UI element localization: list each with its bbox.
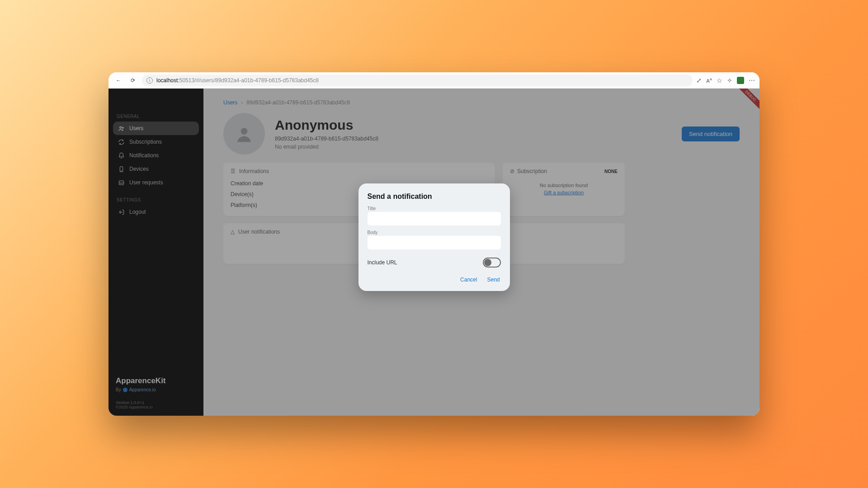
collections-icon[interactable]: ✧ bbox=[727, 77, 732, 84]
browser-chrome: ← ⟳ i localhost:50513/#/users/89d932a4-a… bbox=[108, 72, 760, 89]
browser-window: ← ⟳ i localhost:50513/#/users/89d932a4-a… bbox=[108, 72, 760, 416]
read-aloud-icon[interactable]: ⤢ bbox=[696, 77, 702, 84]
body-input[interactable] bbox=[368, 236, 501, 249]
include-url-toggle[interactable] bbox=[483, 258, 501, 267]
url-bar[interactable]: i localhost:50513/#/users/89d932a4-a01b-… bbox=[142, 75, 693, 86]
extension-icon[interactable] bbox=[737, 77, 744, 84]
url-text: localhost:50513/#/users/89d932a4-a01b-47… bbox=[156, 77, 319, 84]
title-label: Title bbox=[368, 206, 501, 211]
text-size-icon[interactable]: AA bbox=[706, 77, 712, 84]
app-body: GENERAL Users Subscriptions Notification… bbox=[108, 89, 760, 416]
site-info-icon[interactable]: i bbox=[146, 77, 153, 84]
send-button[interactable]: Send bbox=[486, 275, 500, 285]
modal-overlay[interactable]: Send a notification Title Body Include U… bbox=[108, 89, 760, 416]
body-label: Body bbox=[368, 230, 501, 235]
reload-button[interactable]: ⟳ bbox=[127, 75, 138, 86]
back-button[interactable]: ← bbox=[113, 75, 124, 86]
cancel-button[interactable]: Cancel bbox=[459, 275, 478, 285]
title-input[interactable] bbox=[368, 212, 501, 225]
modal-title: Send a notification bbox=[368, 192, 501, 201]
favorite-icon[interactable]: ☆ bbox=[717, 77, 722, 84]
chrome-right-icons: ⤢ AA ☆ ✧ ⋯ bbox=[696, 77, 755, 84]
send-notification-modal: Send a notification Title Body Include U… bbox=[359, 183, 510, 291]
include-url-label: Include URL bbox=[368, 259, 397, 266]
more-icon[interactable]: ⋯ bbox=[749, 77, 755, 84]
